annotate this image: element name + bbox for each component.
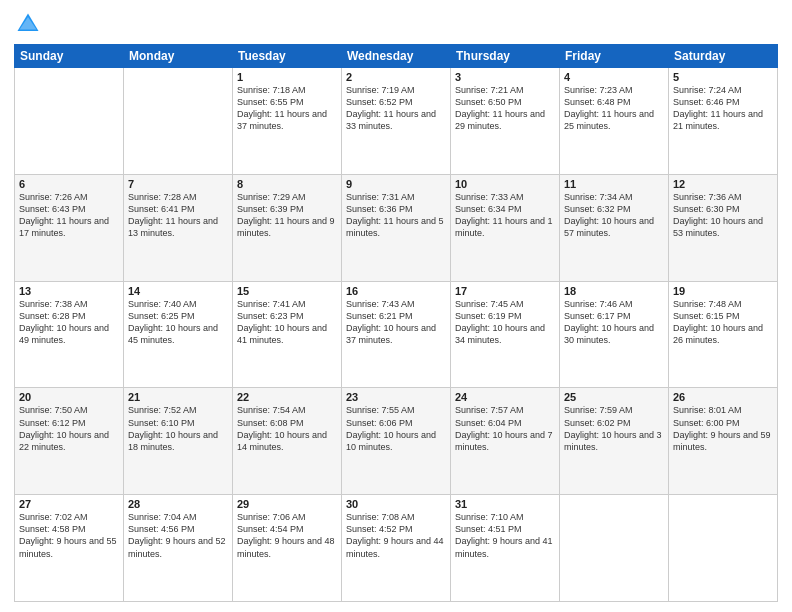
weekday-header-saturday: Saturday xyxy=(669,45,778,68)
cell-info: Sunrise: 7:54 AMSunset: 6:08 PMDaylight:… xyxy=(237,404,337,453)
cell-info: Sunrise: 7:36 AMSunset: 6:30 PMDaylight:… xyxy=(673,191,773,240)
cell-info: Sunrise: 7:31 AMSunset: 6:36 PMDaylight:… xyxy=(346,191,446,240)
cell-info: Sunrise: 7:24 AMSunset: 6:46 PMDaylight:… xyxy=(673,84,773,133)
day-number: 6 xyxy=(19,178,119,190)
day-number: 3 xyxy=(455,71,555,83)
calendar-cell: 10Sunrise: 7:33 AMSunset: 6:34 PMDayligh… xyxy=(451,174,560,281)
calendar-cell: 31Sunrise: 7:10 AMSunset: 4:51 PMDayligh… xyxy=(451,495,560,602)
weekday-header-friday: Friday xyxy=(560,45,669,68)
cell-info: Sunrise: 7:29 AMSunset: 6:39 PMDaylight:… xyxy=(237,191,337,240)
cell-info: Sunrise: 7:46 AMSunset: 6:17 PMDaylight:… xyxy=(564,298,664,347)
day-number: 21 xyxy=(128,391,228,403)
calendar-cell: 14Sunrise: 7:40 AMSunset: 6:25 PMDayligh… xyxy=(124,281,233,388)
calendar-cell: 17Sunrise: 7:45 AMSunset: 6:19 PMDayligh… xyxy=(451,281,560,388)
cell-info: Sunrise: 7:23 AMSunset: 6:48 PMDaylight:… xyxy=(564,84,664,133)
week-row-4: 20Sunrise: 7:50 AMSunset: 6:12 PMDayligh… xyxy=(15,388,778,495)
cell-info: Sunrise: 7:19 AMSunset: 6:52 PMDaylight:… xyxy=(346,84,446,133)
day-number: 16 xyxy=(346,285,446,297)
calendar-cell: 4Sunrise: 7:23 AMSunset: 6:48 PMDaylight… xyxy=(560,68,669,175)
day-number: 24 xyxy=(455,391,555,403)
day-number: 17 xyxy=(455,285,555,297)
cell-info: Sunrise: 7:10 AMSunset: 4:51 PMDaylight:… xyxy=(455,511,555,560)
day-number: 4 xyxy=(564,71,664,83)
day-number: 20 xyxy=(19,391,119,403)
calendar-cell: 15Sunrise: 7:41 AMSunset: 6:23 PMDayligh… xyxy=(233,281,342,388)
calendar-cell: 8Sunrise: 7:29 AMSunset: 6:39 PMDaylight… xyxy=(233,174,342,281)
calendar-cell: 12Sunrise: 7:36 AMSunset: 6:30 PMDayligh… xyxy=(669,174,778,281)
cell-info: Sunrise: 7:02 AMSunset: 4:58 PMDaylight:… xyxy=(19,511,119,560)
day-number: 19 xyxy=(673,285,773,297)
cell-info: Sunrise: 7:21 AMSunset: 6:50 PMDaylight:… xyxy=(455,84,555,133)
cell-info: Sunrise: 7:33 AMSunset: 6:34 PMDaylight:… xyxy=(455,191,555,240)
weekday-header-monday: Monday xyxy=(124,45,233,68)
day-number: 5 xyxy=(673,71,773,83)
cell-info: Sunrise: 7:40 AMSunset: 6:25 PMDaylight:… xyxy=(128,298,228,347)
day-number: 12 xyxy=(673,178,773,190)
weekday-header-wednesday: Wednesday xyxy=(342,45,451,68)
weekday-header-sunday: Sunday xyxy=(15,45,124,68)
cell-info: Sunrise: 7:28 AMSunset: 6:41 PMDaylight:… xyxy=(128,191,228,240)
calendar-cell: 21Sunrise: 7:52 AMSunset: 6:10 PMDayligh… xyxy=(124,388,233,495)
day-number: 7 xyxy=(128,178,228,190)
week-row-5: 27Sunrise: 7:02 AMSunset: 4:58 PMDayligh… xyxy=(15,495,778,602)
week-row-1: 1Sunrise: 7:18 AMSunset: 6:55 PMDaylight… xyxy=(15,68,778,175)
calendar-table: SundayMondayTuesdayWednesdayThursdayFrid… xyxy=(14,44,778,602)
cell-info: Sunrise: 7:50 AMSunset: 6:12 PMDaylight:… xyxy=(19,404,119,453)
day-number: 15 xyxy=(237,285,337,297)
cell-info: Sunrise: 7:55 AMSunset: 6:06 PMDaylight:… xyxy=(346,404,446,453)
day-number: 23 xyxy=(346,391,446,403)
day-number: 18 xyxy=(564,285,664,297)
day-number: 8 xyxy=(237,178,337,190)
cell-info: Sunrise: 7:59 AMSunset: 6:02 PMDaylight:… xyxy=(564,404,664,453)
calendar-cell: 30Sunrise: 7:08 AMSunset: 4:52 PMDayligh… xyxy=(342,495,451,602)
day-number: 22 xyxy=(237,391,337,403)
weekday-header-tuesday: Tuesday xyxy=(233,45,342,68)
cell-info: Sunrise: 7:18 AMSunset: 6:55 PMDaylight:… xyxy=(237,84,337,133)
cell-info: Sunrise: 7:26 AMSunset: 6:43 PMDaylight:… xyxy=(19,191,119,240)
cell-info: Sunrise: 7:34 AMSunset: 6:32 PMDaylight:… xyxy=(564,191,664,240)
cell-info: Sunrise: 7:04 AMSunset: 4:56 PMDaylight:… xyxy=(128,511,228,560)
cell-info: Sunrise: 7:41 AMSunset: 6:23 PMDaylight:… xyxy=(237,298,337,347)
cell-info: Sunrise: 7:08 AMSunset: 4:52 PMDaylight:… xyxy=(346,511,446,560)
cell-info: Sunrise: 7:52 AMSunset: 6:10 PMDaylight:… xyxy=(128,404,228,453)
calendar-cell: 11Sunrise: 7:34 AMSunset: 6:32 PMDayligh… xyxy=(560,174,669,281)
cell-info: Sunrise: 8:01 AMSunset: 6:00 PMDaylight:… xyxy=(673,404,773,453)
day-number: 9 xyxy=(346,178,446,190)
weekday-header-thursday: Thursday xyxy=(451,45,560,68)
calendar-cell: 19Sunrise: 7:48 AMSunset: 6:15 PMDayligh… xyxy=(669,281,778,388)
cell-info: Sunrise: 7:48 AMSunset: 6:15 PMDaylight:… xyxy=(673,298,773,347)
calendar-cell xyxy=(560,495,669,602)
calendar-cell: 28Sunrise: 7:04 AMSunset: 4:56 PMDayligh… xyxy=(124,495,233,602)
logo xyxy=(14,10,44,38)
cell-info: Sunrise: 7:45 AMSunset: 6:19 PMDaylight:… xyxy=(455,298,555,347)
day-number: 31 xyxy=(455,498,555,510)
calendar-cell: 9Sunrise: 7:31 AMSunset: 6:36 PMDaylight… xyxy=(342,174,451,281)
day-number: 10 xyxy=(455,178,555,190)
calendar-cell: 22Sunrise: 7:54 AMSunset: 6:08 PMDayligh… xyxy=(233,388,342,495)
calendar-cell: 24Sunrise: 7:57 AMSunset: 6:04 PMDayligh… xyxy=(451,388,560,495)
calendar-cell xyxy=(669,495,778,602)
day-number: 25 xyxy=(564,391,664,403)
day-number: 14 xyxy=(128,285,228,297)
cell-info: Sunrise: 7:43 AMSunset: 6:21 PMDaylight:… xyxy=(346,298,446,347)
calendar-cell: 26Sunrise: 8:01 AMSunset: 6:00 PMDayligh… xyxy=(669,388,778,495)
day-number: 30 xyxy=(346,498,446,510)
cell-info: Sunrise: 7:06 AMSunset: 4:54 PMDaylight:… xyxy=(237,511,337,560)
day-number: 29 xyxy=(237,498,337,510)
calendar-cell: 18Sunrise: 7:46 AMSunset: 6:17 PMDayligh… xyxy=(560,281,669,388)
calendar-cell: 3Sunrise: 7:21 AMSunset: 6:50 PMDaylight… xyxy=(451,68,560,175)
day-number: 2 xyxy=(346,71,446,83)
calendar-cell: 6Sunrise: 7:26 AMSunset: 6:43 PMDaylight… xyxy=(15,174,124,281)
calendar-cell xyxy=(124,68,233,175)
calendar-cell: 23Sunrise: 7:55 AMSunset: 6:06 PMDayligh… xyxy=(342,388,451,495)
logo-icon xyxy=(14,10,42,38)
calendar-cell: 13Sunrise: 7:38 AMSunset: 6:28 PMDayligh… xyxy=(15,281,124,388)
week-row-3: 13Sunrise: 7:38 AMSunset: 6:28 PMDayligh… xyxy=(15,281,778,388)
cell-info: Sunrise: 7:57 AMSunset: 6:04 PMDaylight:… xyxy=(455,404,555,453)
day-number: 13 xyxy=(19,285,119,297)
day-number: 26 xyxy=(673,391,773,403)
day-number: 28 xyxy=(128,498,228,510)
calendar-cell: 7Sunrise: 7:28 AMSunset: 6:41 PMDaylight… xyxy=(124,174,233,281)
calendar-cell: 20Sunrise: 7:50 AMSunset: 6:12 PMDayligh… xyxy=(15,388,124,495)
cell-info: Sunrise: 7:38 AMSunset: 6:28 PMDaylight:… xyxy=(19,298,119,347)
